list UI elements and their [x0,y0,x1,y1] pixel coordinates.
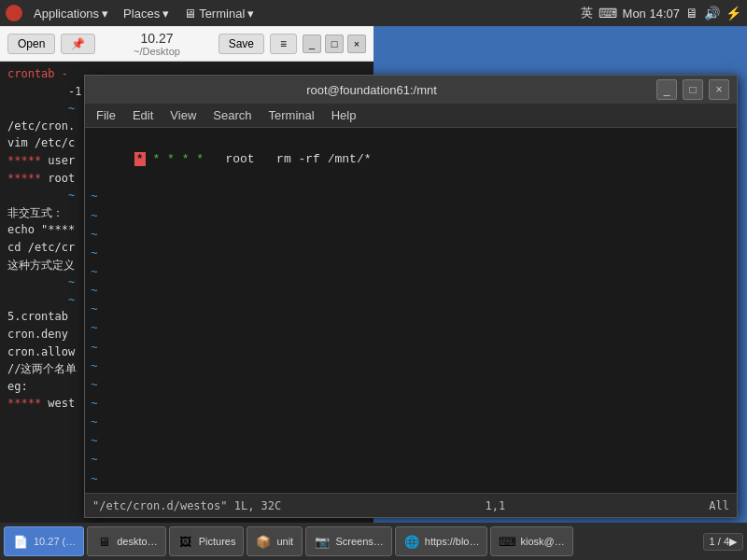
terminal-tilde-2: ~ [91,207,731,226]
terminal-titlebar: root@foundation61:/mnt _ □ × [85,76,737,104]
terminal-tilde-3: ~ [91,226,731,245]
applications-menu[interactable]: Applications ▾ [26,5,116,22]
terminal-close-button[interactable]: × [709,79,729,100]
editor-toolbar: Open 📌 10.27 ~/Desktop Save ≡ _ □ × [0,26,374,62]
volume-icon: 🔊 [704,6,720,21]
taskbar-pictures-icon: 🖼 [177,533,194,550]
taskbar-pager[interactable]: 1 / 4▶ [703,533,743,551]
open-button[interactable]: Open [7,34,55,54]
terminal-tilde-13: ~ [91,413,731,432]
save-button[interactable]: Save [218,34,264,54]
terminal-tilde-1: ~ [91,188,731,206]
terminal-icon: 🖥 [184,7,196,21]
statusbar-position: 1,1 [485,499,505,512]
power-icon: ⚡ [726,6,741,21]
top-menubar: Applications ▾ Places ▾ 🖥 Terminal ▾ 英 ⌨… [0,0,747,26]
taskbar-browser-icon: 🌐 [403,533,420,550]
terminal-maximize-button[interactable]: □ [683,79,703,100]
taskbar: 📄 10.27 (… 🖥 deskto… 🖼 Pictures 📦 unit 📷… [0,523,747,560]
terminal-tilde-5: ~ [91,263,731,282]
terminal-tilde-8: ~ [91,319,731,338]
minimize-button[interactable]: _ [303,35,321,53]
language-indicator: 英 [581,5,593,21]
terminal-tilde-11: ~ [91,376,731,395]
terminal-line-active: * * * * * root rm -rf /mnt/* [91,132,731,188]
places-menu[interactable]: Places ▾ [116,5,176,22]
os-logo [6,5,22,21]
taskbar-item-pictures[interactable]: 🖼 Pictures [169,526,245,556]
statusbar-view: All [709,499,729,512]
terminal-window: root@foundation61:/mnt _ □ × File Edit V… [84,75,738,518]
terminal-tilde-15: ~ [91,451,731,469]
terminal-minimize-button[interactable]: _ [656,79,677,100]
taskbar-editor-label: 10.27 (… [34,536,76,547]
pin-button[interactable]: 📌 [61,34,95,54]
terminal-menubar: File Edit View Search Terminal Help [85,104,737,128]
taskbar-item-unit[interactable]: 📦 unit [247,526,303,556]
taskbar-item-desktop[interactable]: 🖥 deskto… [87,526,165,556]
taskbar-kiosk-label: kiosk@… [520,536,564,547]
taskbar-editor-icon: 📄 [12,533,29,550]
screen-icon: 🖥 [685,6,698,21]
terminal-tilde-4: ~ [91,245,731,263]
taskbar-screenshot-icon: 📷 [314,533,331,550]
taskbar-screenshot-label: Screens… [335,536,383,547]
taskbar-browser-label: https://blo… [425,536,480,547]
terminal-menu[interactable]: 🖥 Terminal ▾ [176,5,261,22]
close-button[interactable]: × [347,35,366,53]
terminal-menu-view[interactable]: View [162,106,204,124]
editor-window-controls: _ □ × [303,35,366,53]
terminal-menu-file[interactable]: File [89,106,123,124]
terminal-body[interactable]: * * * * * root rm -rf /mnt/* ~ ~ ~ ~ ~ ~… [85,128,737,493]
terminal-tilde-10: ~ [91,357,731,376]
terminal-menu-help[interactable]: Help [324,106,364,124]
taskbar-item-kiosk[interactable]: ⌨ kiosk@… [490,526,572,556]
cursor-block: * [134,152,146,166]
terminal-tilde-16: ~ [91,470,731,489]
taskbar-desktop-icon: 🖥 [95,533,112,550]
taskbar-item-editor[interactable]: 📄 10.27 (… [4,526,84,556]
taskbar-item-browser[interactable]: 🌐 https://blo… [395,526,488,556]
taskbar-item-screenshot[interactable]: 📷 Screens… [305,526,391,556]
terminal-tilde-9: ~ [91,339,731,357]
terminal-tilde-12: ~ [91,395,731,413]
editor-title: 10.27 [101,31,212,46]
terminal-menu-terminal[interactable]: Terminal [261,106,322,124]
clock-display: Mon 14:07 [623,7,680,21]
terminal-statusbar: "/etc/cron.d/westos" 1L, 32C 1,1 All [85,493,737,517]
terminal-tilde-7: ~ [91,301,731,319]
taskbar-pictures-label: Pictures [199,536,236,547]
terminal-tilde-6: ~ [91,282,731,301]
terminal-menu-search[interactable]: Search [205,106,259,124]
terminal-title: root@foundation61:/mnt [92,83,651,97]
editor-subtitle: ~/Desktop [101,46,212,57]
terminal-menu-edit[interactable]: Edit [125,106,161,124]
taskbar-kiosk-icon: ⌨ [499,533,515,550]
keyboard-icon: ⌨ [599,6,617,21]
taskbar-unit-icon: 📦 [255,533,272,550]
maximize-button[interactable]: □ [325,35,344,53]
statusbar-filename: "/etc/cron.d/westos" 1L, 32C [92,499,281,512]
taskbar-desktop-label: deskto… [117,536,157,547]
taskbar-unit-label: unit [276,536,293,547]
menu-button[interactable]: ≡ [270,34,297,54]
terminal-tilde-14: ~ [91,432,731,451]
